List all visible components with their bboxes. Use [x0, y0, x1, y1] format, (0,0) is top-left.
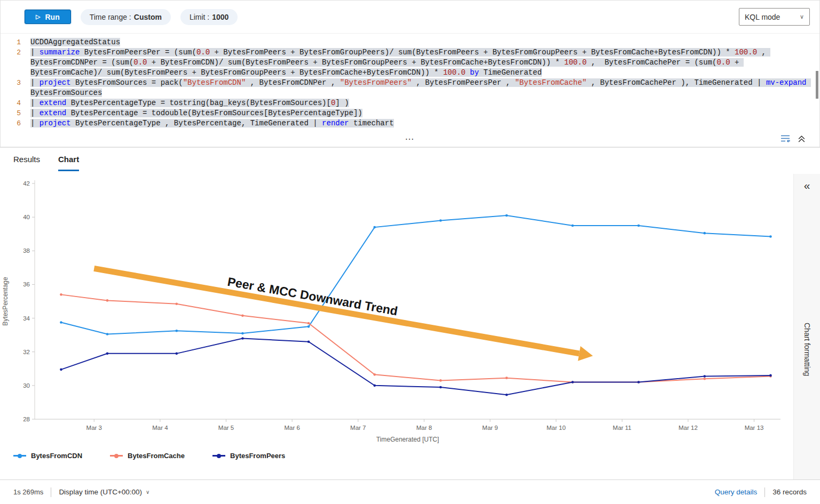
y-tick-label: 32: [23, 349, 30, 355]
word-wrap-icon[interactable]: [780, 134, 790, 142]
tab-results[interactable]: Results: [13, 155, 40, 171]
legend-item-bytesfromcdn[interactable]: BytesFromCDN: [13, 452, 82, 460]
trend-annotation-arrow: [94, 268, 579, 353]
y-tick-label: 34: [23, 315, 30, 322]
editor-line[interactable]: 3| project BytesFromSources = pack("Byte…: [1, 78, 810, 98]
series-point-BytesFromPeers: [571, 381, 574, 383]
series-point-BytesFromCache: [60, 293, 62, 296]
series-point-BytesFromCDN: [308, 325, 310, 328]
series-point-BytesFromCDN: [769, 235, 772, 238]
legend-item-bytesfrompeers[interactable]: BytesFromPeers: [212, 452, 285, 460]
x-axis-title: TimeGenerated [UTC]: [376, 436, 439, 443]
x-tick-label: Mar 11: [613, 425, 632, 431]
time-range-pill[interactable]: Time range : Custom: [81, 9, 171, 25]
series-point-BytesFromCache: [373, 373, 376, 376]
series-point-BytesFromCDN: [106, 333, 109, 335]
legend-marker-cache: [110, 455, 123, 457]
series-point-BytesFromCDN: [439, 219, 442, 222]
x-tick-label: Mar 10: [547, 425, 566, 431]
series-point-BytesFromPeers: [176, 353, 178, 355]
series-point-BytesFromPeers: [506, 394, 508, 396]
series-point-BytesFromCache: [308, 322, 310, 325]
divider: [764, 487, 765, 497]
time-range-value: Custom: [134, 13, 162, 21]
kql-mode-value: KQL mode: [745, 13, 780, 21]
series-point-BytesFromPeers: [637, 381, 640, 383]
splitter-handle[interactable]: …: [405, 131, 415, 142]
series-point-BytesFromCDN: [571, 225, 574, 227]
tab-chart[interactable]: Chart: [58, 155, 79, 171]
legend-marker-peers: [212, 455, 225, 457]
line-number: 1: [1, 37, 21, 47]
expand-panel-icon[interactable]: «: [804, 179, 810, 192]
results-chart-tabs: Results Chart: [0, 148, 820, 171]
series-line-BytesFromPeers: [61, 338, 770, 395]
legend-label-cache: BytesFromCache: [128, 452, 185, 460]
series-point-BytesFromCache: [506, 377, 508, 379]
collapse-editor-icon[interactable]: [798, 134, 806, 142]
trend-annotation-arrowhead: [578, 346, 593, 361]
series-point-BytesFromPeers: [439, 386, 442, 389]
run-button[interactable]: ▷ Run: [25, 10, 71, 24]
editor-line[interactable]: 1UCDOAggregatedStatus: [1, 37, 810, 47]
chevron-down-icon: ∨: [146, 489, 149, 495]
series-line-BytesFromCache: [61, 294, 770, 382]
x-tick-label: Mar 12: [679, 425, 698, 431]
query-pane: ▷ Run Time range : Custom Limit : 1000 K…: [0, 0, 820, 148]
chart-area: 2830323436384042Mar 3Mar 4Mar 5Mar 6Mar …: [0, 174, 793, 479]
series-point-BytesFromPeers: [704, 375, 706, 378]
limit-pill[interactable]: Limit : 1000: [180, 9, 238, 25]
display-time-dropdown[interactable]: Display time (UTC+00:00) ∨: [59, 488, 149, 496]
line-number: 4: [1, 98, 21, 108]
y-tick-label: 36: [23, 281, 30, 287]
editor-line[interactable]: 2| summarize BytesFromPeersPer = (sum(0.…: [1, 47, 810, 78]
query-details-link[interactable]: Query details: [715, 488, 758, 496]
series-point-BytesFromCache: [704, 378, 706, 380]
legend-label-peers: BytesFromPeers: [230, 452, 285, 460]
x-tick-label: Mar 9: [482, 425, 498, 431]
chart-formatting-label[interactable]: Chart formatting: [803, 323, 811, 376]
series-point-BytesFromPeers: [241, 337, 244, 340]
editor-line[interactable]: 5| extend BytesPercentage = todouble(Byt…: [1, 108, 810, 118]
series-point-BytesFromPeers: [308, 340, 310, 343]
x-tick-label: Mar 5: [218, 425, 234, 431]
x-tick-label: Mar 6: [284, 425, 299, 431]
limit-value: 1000: [212, 13, 228, 21]
series-point-BytesFromCDN: [176, 330, 178, 332]
y-tick-label: 30: [23, 382, 30, 389]
status-bar: 1s 269ms Display time (UTC+00:00) ∨ Quer…: [0, 479, 820, 504]
series-point-BytesFromCache: [176, 302, 178, 305]
divider: [51, 487, 51, 497]
editor-scrollbar[interactable]: [816, 71, 818, 99]
x-tick-label: Mar 3: [86, 425, 102, 431]
time-range-label: Time range :: [90, 13, 131, 21]
records-count: 36 records: [772, 488, 807, 496]
editor-line[interactable]: 6| project BytesPercentageType , BytesPe…: [1, 118, 810, 129]
chart-formatting-panel: « Chart formatting: [793, 174, 820, 479]
kql-editor[interactable]: 1UCDOAggregatedStatus2| summarize BytesF…: [1, 34, 819, 131]
series-point-BytesFromCache: [241, 315, 244, 317]
series-point-BytesFromPeers: [373, 385, 376, 387]
legend-marker-cdn: [13, 455, 26, 457]
chevron-down-icon: ∨: [800, 13, 804, 20]
y-tick-label: 40: [23, 214, 30, 220]
y-tick-label: 42: [23, 180, 30, 187]
kql-mode-select[interactable]: KQL mode ∨: [739, 8, 810, 26]
x-tick-label: Mar 13: [745, 425, 764, 431]
limit-label: Limit :: [190, 13, 209, 21]
x-tick-label: Mar 4: [152, 425, 168, 431]
legend-item-bytesfromcache[interactable]: BytesFromCache: [110, 452, 185, 460]
run-button-label: Run: [45, 13, 59, 21]
editor-footer: …: [1, 131, 819, 147]
timechart: 2830323436384042Mar 3Mar 4Mar 5Mar 6Mar …: [0, 174, 785, 443]
series-line-BytesFromCDN: [61, 215, 770, 334]
display-time-label: Display time (UTC+00:00): [59, 488, 142, 496]
series-point-BytesFromPeers: [106, 353, 109, 355]
y-axis-title: BytesPercentage: [2, 277, 9, 326]
x-tick-label: Mar 8: [416, 425, 432, 431]
play-icon: ▷: [36, 14, 40, 20]
series-point-BytesFromCDN: [241, 332, 244, 335]
series-point-BytesFromCache: [106, 299, 109, 302]
editor-line[interactable]: 4| extend BytesPercentageType = tostring…: [1, 98, 810, 108]
series-point-BytesFromCDN: [704, 232, 706, 235]
